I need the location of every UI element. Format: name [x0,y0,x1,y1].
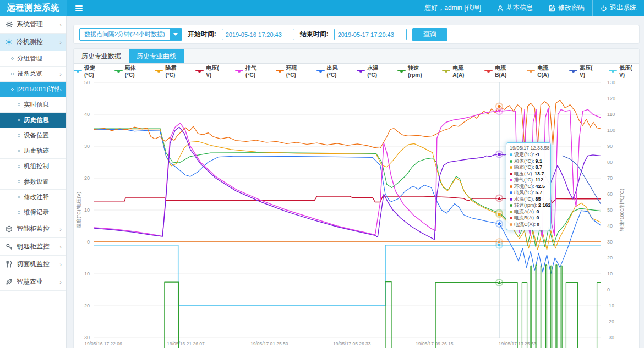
svg-text:19/05/17 05:26:33: 19/05/17 05:26:33 [333,341,371,346]
interval-select[interactable]: 数据点间隔2分钟(24小时数据) [79,28,182,41]
legend-item[interactable]: 电压( V) [195,64,226,78]
sidebar-item-label: 历史轨迹 [24,147,66,155]
legend-marker-icon [357,69,365,73]
bullet-icon [18,150,20,152]
legend-marker-icon [235,69,243,73]
svg-text:-20: -20 [83,303,90,308]
sidebar-item-label: 历史信息 [24,116,66,124]
tab-0[interactable]: 历史专业数据 [74,49,129,63]
svg-text:0: 0 [607,287,610,292]
logout-button[interactable]: 退出系统 [592,0,644,16]
chart-area: 设定(°C)厢体(°C)除霜(°C)电压( V)排气(°C)环境(°C)出风(°… [74,64,639,348]
sidebar-item-3[interactable]: 设备总览› [0,67,66,82]
sidebar-item-label: 修改注释 [24,193,66,201]
sidebar-item-12[interactable]: 维保记录 [0,205,66,220]
chart-legend: 设定(°C)厢体(°C)除霜(°C)电压( V)排气(°C)环境(°C)出风(°… [74,64,639,78]
legend-item[interactable]: 环境(°C) [276,64,307,78]
start-time-input[interactable] [222,29,294,40]
change-password-button-label: 修改密码 [558,3,585,13]
bullet-icon [18,211,20,214]
legend-label: 电流A(A) [452,64,475,78]
legend-label: 除霜(°C) [165,64,186,78]
change-password-button[interactable]: 修改密码 [541,0,592,16]
sidebar-item-5[interactable]: 实时信息 [0,97,66,113]
sidebar-item-6[interactable]: 历史信息 [0,113,66,128]
legend-label: 电流C(A) [537,64,560,78]
history-panel: 历史专业数据历史专业曲线 设定(°C)厢体(°C)除霜(°C)电压( V)排气(… [73,48,640,348]
legend-item[interactable]: 转速(rpm) [397,64,433,78]
sidebar-item-7[interactable]: 设备位置 [0,128,66,143]
svg-text:80: 80 [607,159,613,165]
history-line-chart[interactable]: 50403020100-10-20-3013012011010090807060… [74,78,640,348]
svg-text:100: 100 [607,128,615,133]
legend-item[interactable]: 设定(°C) [74,64,105,78]
chevron-right-icon: › [59,71,66,78]
svg-text:转速*1000/排气(°C): 转速*1000/排气(°C) [619,189,625,231]
bullet-icon [18,165,20,168]
end-time-input[interactable] [334,29,407,40]
legend-item[interactable]: 电流A(A) [442,64,475,78]
legend-item[interactable]: 低压( V) [609,64,639,78]
sidebar-item-label: 设备总览 [17,70,59,78]
app-header: 远程测控系统 您好，admin [代理] 基本信息 修改密码 [0,0,644,16]
legend-item[interactable]: 厢体(°C) [114,64,146,78]
sidebar-item-1[interactable]: 冷机测控› [0,34,66,51]
sidebar-item-9[interactable]: 机组控制 [0,159,66,174]
person-icon [497,5,504,12]
legend-marker-icon [195,69,204,73]
sidebar-item-16[interactable]: 智慧农业› [0,273,66,291]
leaf-icon [6,278,13,285]
svg-text:19/05/16 17:22:06: 19/05/16 17:22:06 [84,341,122,346]
legend-item[interactable]: 高压( V) [569,64,599,78]
power-icon [601,5,607,12]
legend-item[interactable]: 出风(°C) [316,64,348,78]
legend-marker-icon [316,69,325,73]
legend-label: 厢体(°C) [125,64,146,78]
sidebar-item-8[interactable]: 历史轨迹 [0,143,66,159]
logout-button-label: 退出系统 [610,3,636,13]
interval-select-value: 数据点间隔2分钟(24小时数据) [80,29,170,40]
sidebar-item-10[interactable]: 参数设置 [0,174,66,190]
sidebar-item-0[interactable]: 系统管理› [0,16,66,34]
menu-toggle-icon[interactable] [67,0,91,16]
sidebar-item-4[interactable]: [20150011]详情› [0,82,66,97]
legend-item[interactable]: 电流B(A) [484,64,517,78]
sidebar-item-14[interactable]: 钥匙柜监控› [0,238,66,256]
query-button[interactable]: 查询 [412,28,447,41]
legend-marker-icon [609,69,617,73]
svg-text:40: 40 [84,112,90,117]
bullet-icon [11,88,14,91]
sidebar-item-2[interactable]: 分组管理 [0,51,66,67]
bullet-icon [18,103,20,106]
legend-item[interactable]: 排气(°C) [235,64,266,78]
sidebar-item-label: 设备位置 [24,131,66,140]
sidebar-item-label: 系统管理 [17,20,59,29]
legend-item[interactable]: 除霜(°C) [155,64,186,78]
svg-text:40: 40 [607,223,613,229]
bullet-icon [18,196,20,198]
legend-item[interactable]: 水温(°C) [357,64,388,78]
svg-text:70: 70 [607,175,613,181]
bullet-icon [18,119,20,121]
chevron-right-icon: › [59,261,66,268]
svg-text:温度(°C)/电压(V): 温度(°C)/电压(V) [76,192,81,229]
legend-marker-icon [114,69,123,73]
sidebar-item-11[interactable]: 修改注释 [0,190,66,205]
profile-button[interactable]: 基本信息 [489,0,541,16]
svg-text:20: 20 [84,175,90,181]
legend-marker-icon [74,69,82,73]
legend-marker-icon [569,69,577,73]
svg-text:19/05/17 09:26:15: 19/05/17 09:26:15 [416,341,454,346]
profile-button-label: 基本信息 [506,3,533,13]
legend-item[interactable]: 电流C(A) [527,64,560,78]
svg-text:19/05/16 21:26:07: 19/05/16 21:26:07 [167,341,205,346]
legend-marker-icon [484,69,493,73]
start-time-label: 开始时间: [188,30,216,39]
tab-1[interactable]: 历史专业曲线 [129,49,184,63]
sidebar-item-13[interactable]: 智能柜监控› [0,220,66,238]
legend-label: 环境(°C) [286,64,307,78]
sidebar-item-label: 维保记录 [24,208,66,217]
legend-label: 水温(°C) [367,64,388,78]
legend-marker-icon [155,69,163,73]
sidebar-item-15[interactable]: 切面机监控› [0,256,66,273]
